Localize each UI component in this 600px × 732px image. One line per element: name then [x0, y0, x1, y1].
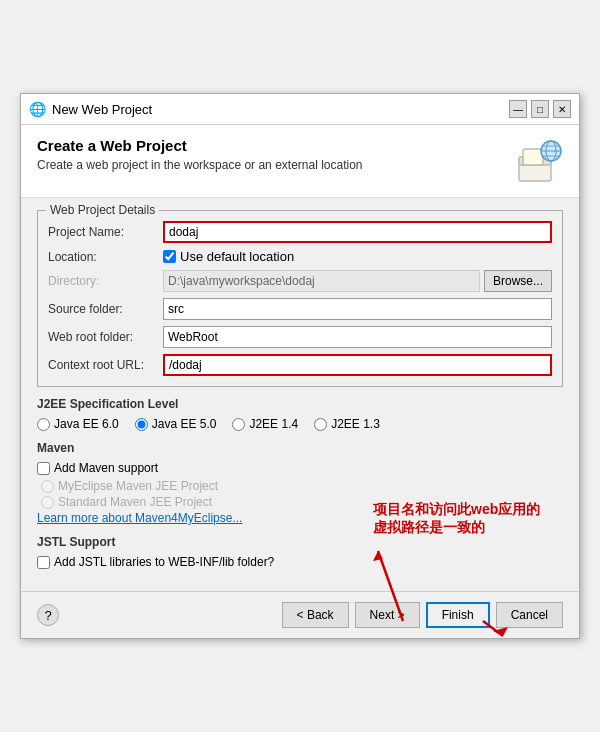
dialog-footer: ? < Back Next > Finish Cancel — [21, 591, 579, 638]
dialog-title: Create a Web Project — [37, 137, 363, 154]
maven-radio-option2 — [41, 496, 54, 509]
j2ee-option-jee5[interactable]: Java EE 5.0 — [135, 417, 217, 431]
j2ee-option-jee6[interactable]: Java EE 6.0 — [37, 417, 119, 431]
add-maven-checkbox[interactable] — [37, 462, 50, 475]
web-project-icon — [515, 137, 563, 185]
title-bar-icon: 🌐 — [29, 101, 46, 117]
title-bar-controls: — □ ✕ — [509, 100, 571, 118]
maven-annotation-area: 项目名和访问此web应用的虚拟路径是一致的 Maven Add Maven su… — [37, 441, 563, 525]
maven-section-label: Maven — [37, 441, 563, 455]
dialog-body: Web Project Details Project Name: Locati… — [21, 198, 579, 591]
close-button[interactable]: ✕ — [553, 100, 571, 118]
location-row: Location: Use default location — [48, 249, 552, 264]
location-label: Location: — [48, 250, 163, 264]
minimize-button[interactable]: — — [509, 100, 527, 118]
context-root-row: Context root URL: — [48, 354, 552, 376]
finish-button[interactable]: Finish — [426, 602, 490, 628]
help-button[interactable]: ? — [37, 604, 59, 626]
j2ee-radio-jee5[interactable] — [135, 418, 148, 431]
web-project-details-label: Web Project Details — [46, 203, 159, 217]
j2ee-radio-j2ee13[interactable] — [314, 418, 327, 431]
next-button[interactable]: Next > — [355, 602, 420, 628]
jstl-checkbox[interactable] — [37, 556, 50, 569]
j2ee-radio-j2ee14[interactable] — [232, 418, 245, 431]
jstl-checkbox-label: Add JSTL libraries to WEB-INF/lib folder… — [54, 555, 274, 569]
maven-option1-row: MyEclipse Maven JEE Project — [41, 479, 563, 493]
j2ee-section: J2EE Specification Level Java EE 6.0 Jav… — [37, 397, 563, 431]
directory-input — [163, 270, 480, 292]
j2ee-radio-group: Java EE 6.0 Java EE 5.0 J2EE 1.4 J2EE 1.… — [37, 417, 563, 431]
j2ee-label-j2ee14: J2EE 1.4 — [249, 417, 298, 431]
maximize-button[interactable]: □ — [531, 100, 549, 118]
maven-learn-more-link[interactable]: Learn more about Maven4MyEclipse... — [37, 511, 563, 525]
maven-option2-row: Standard Maven JEE Project — [41, 495, 563, 509]
maven-radio-option1 — [41, 480, 54, 493]
dialog-header: Create a Web Project Create a web projec… — [21, 125, 579, 198]
cancel-button[interactable]: Cancel — [496, 602, 563, 628]
use-default-location-label: Use default location — [180, 249, 294, 264]
source-folder-label: Source folder: — [48, 302, 163, 316]
web-project-details-section: Web Project Details Project Name: Locati… — [37, 210, 563, 387]
dialog-window: 🌐 New Web Project — □ ✕ Create a Web Pro… — [20, 93, 580, 639]
source-folder-input[interactable] — [163, 298, 552, 320]
web-root-folder-label: Web root folder: — [48, 330, 163, 344]
jstl-checkbox-row: Add JSTL libraries to WEB-INF/lib folder… — [37, 555, 563, 569]
add-maven-label: Add Maven support — [54, 461, 158, 475]
web-root-folder-row: Web root folder: — [48, 326, 552, 348]
footer-buttons: < Back Next > Finish Cancel — [282, 602, 563, 628]
j2ee-label-j2ee13: J2EE 1.3 — [331, 417, 380, 431]
directory-row: Directory: Browse... — [48, 270, 552, 292]
header-icon — [515, 137, 563, 185]
project-name-input[interactable] — [163, 221, 552, 243]
maven-option2-label: Standard Maven JEE Project — [58, 495, 212, 509]
title-bar: 🌐 New Web Project — □ ✕ — [21, 94, 579, 125]
j2ee-option-j2ee14[interactable]: J2EE 1.4 — [232, 417, 298, 431]
context-root-input[interactable] — [163, 354, 552, 376]
back-button[interactable]: < Back — [282, 602, 349, 628]
dialog-header-text: Create a Web Project Create a web projec… — [37, 137, 363, 172]
project-name-label: Project Name: — [48, 225, 163, 239]
maven-section: Maven Add Maven support MyEclipse Maven … — [37, 441, 563, 525]
maven-option1-label: MyEclipse Maven JEE Project — [58, 479, 218, 493]
directory-label: Directory: — [48, 274, 163, 288]
project-name-row: Project Name: — [48, 221, 552, 243]
dialog-subtitle: Create a web project in the workspace or… — [37, 158, 363, 172]
web-root-folder-input[interactable] — [163, 326, 552, 348]
use-default-location-row: Use default location — [163, 249, 552, 264]
jstl-section-label: JSTL Support — [37, 535, 563, 549]
use-default-location-checkbox[interactable] — [163, 250, 176, 263]
title-bar-text: New Web Project — [52, 102, 152, 117]
context-root-label: Context root URL: — [48, 358, 163, 372]
svg-rect-2 — [523, 149, 543, 165]
source-folder-row: Source folder: — [48, 298, 552, 320]
j2ee-label-jee5: Java EE 5.0 — [152, 417, 217, 431]
j2ee-radio-jee6[interactable] — [37, 418, 50, 431]
add-maven-row: Add Maven support — [37, 461, 563, 475]
jstl-section: JSTL Support Add JSTL libraries to WEB-I… — [37, 535, 563, 569]
j2ee-section-label: J2EE Specification Level — [37, 397, 563, 411]
browse-button[interactable]: Browse... — [484, 270, 552, 292]
j2ee-option-j2ee13[interactable]: J2EE 1.3 — [314, 417, 380, 431]
j2ee-label-jee6: Java EE 6.0 — [54, 417, 119, 431]
